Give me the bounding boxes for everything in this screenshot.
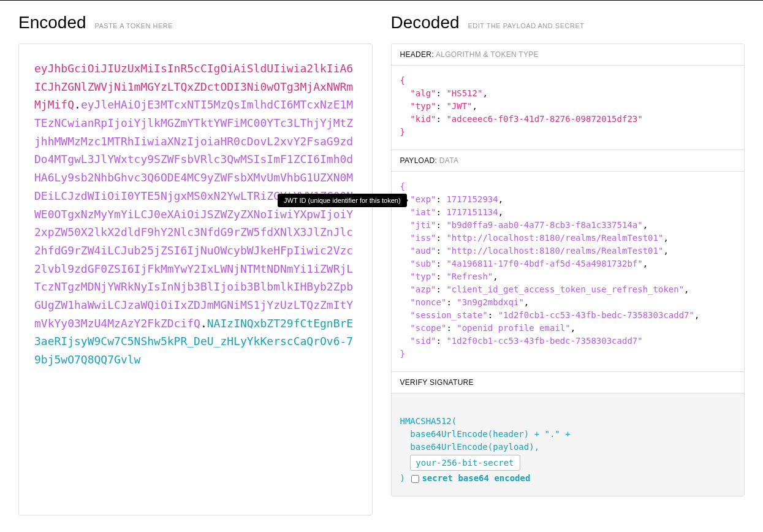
secret-base64-label: secret base64 encoded: [422, 473, 530, 483]
secret-input[interactable]: [410, 455, 520, 471]
jti-tooltip: JWT ID (unique identifier for this token…: [278, 194, 407, 207]
signature-body: HMACSHA512( base64UrlEncode(header) + ".…: [392, 393, 745, 496]
secret-base64-checkbox[interactable]: [411, 475, 419, 483]
decoded-subtitle: EDIT THE PAYLOAD AND SECRET: [468, 22, 584, 29]
decoded-panel: Decoded EDIT THE PAYLOAD AND SECRET HEAD…: [382, 1, 764, 528]
payload-section-title: PAYLOAD: DATA: [392, 150, 745, 172]
encoded-header: Encoded PASTE A TOKEN HERE: [18, 13, 373, 32]
header-json-editor[interactable]: { "alg": "HS512", "typ": "JWT", "kid": "…: [392, 66, 745, 150]
decoded-header: Decoded EDIT THE PAYLOAD AND SECRET: [391, 13, 745, 32]
signature-section-title: VERIFY SIGNATURE: [392, 371, 745, 393]
token-payload-part: eyJleHAiOjE3MTcxNTI5MzQsImlhdCI6MTcxNzE1…: [34, 98, 353, 329]
header-section-title: HEADER: ALGORITHM & TOKEN TYPE: [392, 44, 745, 66]
encoded-title: Encoded: [18, 13, 86, 32]
encoded-subtitle: PASTE A TOKEN HERE: [94, 22, 173, 29]
encoded-token-input[interactable]: eyJhbGciOiJIUzUxMiIsInR5cCIgOiAiSldUIiwi…: [18, 44, 373, 515]
decoded-title: Decoded: [391, 13, 460, 32]
encoded-panel: Encoded PASTE A TOKEN HERE eyJhbGciOiJIU…: [0, 1, 382, 528]
payload-json-editor[interactable]: { "exp": 1717152934, "iat": 1717151134, …: [392, 172, 745, 371]
